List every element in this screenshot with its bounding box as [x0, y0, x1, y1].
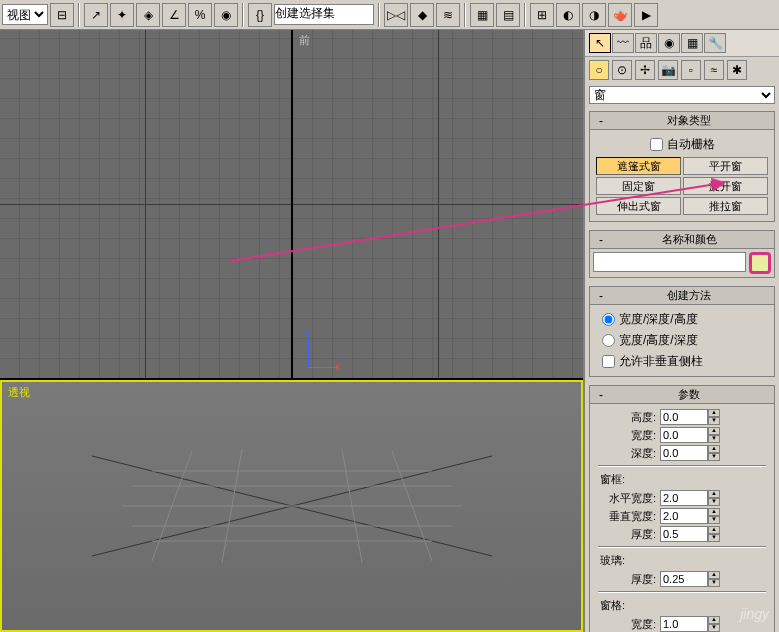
create-tab[interactable]: ↖ [589, 33, 611, 53]
collapse-icon[interactable]: - [594, 233, 608, 247]
utilities-tab[interactable]: 🔧 [704, 33, 726, 53]
snap-3d-icon[interactable]: ◈ [136, 3, 160, 27]
vwidth-input[interactable] [660, 508, 708, 524]
viewport-label: 透视 [8, 385, 30, 400]
command-tabs: ↖ 〰 品 ◉ ▦ 🔧 [585, 30, 779, 57]
spinner-down-icon[interactable]: ▼ [708, 417, 720, 425]
modify-tab[interactable]: 〰 [612, 33, 634, 53]
category-icons: ○ ⊙ ✢ 📷 ▫ ≈ ✱ [585, 57, 779, 83]
radio-wdh[interactable] [602, 313, 615, 326]
gthickness-input[interactable] [660, 571, 708, 587]
window-type-sliding[interactable]: 推拉窗 [683, 197, 768, 215]
hierarchy-tab[interactable]: 品 [635, 33, 657, 53]
spacewarps-icon[interactable]: ≈ [704, 60, 724, 80]
command-panel: ↖ 〰 品 ◉ ▦ 🔧 ○ ⊙ ✢ 📷 ▫ ≈ ✱ 窗 -对象类型 自动栅格 遮… [583, 30, 779, 632]
depth-input[interactable] [660, 445, 708, 461]
object-name-input[interactable] [593, 252, 746, 272]
parameters-rollout: -参数 高度:▲▼ 宽度:▲▼ 深度:▲▼ 窗框: 水平宽度:▲▼ 垂直宽度:▲… [589, 385, 775, 632]
collapse-icon[interactable]: - [594, 388, 608, 402]
window-type-casement[interactable]: 平开窗 [683, 157, 768, 175]
hwidth-input[interactable] [660, 490, 708, 506]
mirror-icon[interactable]: ▷◁ [384, 3, 408, 27]
window-type-awning[interactable]: 遮篷式窗 [596, 157, 681, 175]
abc-icon[interactable]: {} [248, 3, 272, 27]
cameras-icon[interactable]: 📷 [658, 60, 678, 80]
creation-method-rollout: -创建方法 宽度/深度/高度 宽度/高度/深度 允许非垂直侧柱 [589, 286, 775, 377]
auto-grid-checkbox[interactable] [650, 138, 663, 151]
viewport-left[interactable] [0, 30, 291, 378]
allow-nonvert-checkbox[interactable] [602, 355, 615, 368]
shapes-icon[interactable]: ⊙ [612, 60, 632, 80]
viewport-front[interactable]: 前 z x [291, 30, 584, 378]
radio-whd[interactable] [602, 334, 615, 347]
layers-icon[interactable]: ≋ [436, 3, 460, 27]
watermark: jingy [740, 606, 769, 622]
name-color-rollout: -名称和颜色 [589, 230, 775, 278]
render-setup-icon[interactable]: ◐ [556, 3, 580, 27]
collapse-icon[interactable]: - [594, 289, 608, 303]
named-selection-set[interactable]: 创建选择集 [274, 4, 374, 25]
snap-spinner-icon[interactable]: ◉ [214, 3, 238, 27]
snap-angle-icon[interactable]: ∠ [162, 3, 186, 27]
viewport-area: 前 z x 透视 jingy [0, 30, 583, 632]
schematic-icon[interactable]: ▤ [496, 3, 520, 27]
view-select[interactable]: 视图 [2, 4, 48, 25]
systems-icon[interactable]: ✱ [727, 60, 747, 80]
snap-percent-icon[interactable]: % [188, 3, 212, 27]
spinner-up-icon[interactable]: ▲ [708, 409, 720, 417]
color-swatch[interactable] [749, 252, 771, 274]
render-frame-icon[interactable]: ◑ [582, 3, 606, 27]
helpers-icon[interactable]: ▫ [681, 60, 701, 80]
width-input[interactable] [660, 427, 708, 443]
curve-editor-icon[interactable]: ▦ [470, 3, 494, 27]
render-icon[interactable]: 🫖 [608, 3, 632, 27]
keyframe-icon[interactable]: ⊟ [50, 3, 74, 27]
height-input[interactable] [660, 409, 708, 425]
lights-icon[interactable]: ✢ [635, 60, 655, 80]
display-tab[interactable]: ▦ [681, 33, 703, 53]
collapse-icon[interactable]: - [594, 114, 608, 128]
thickness-input[interactable] [660, 526, 708, 542]
perspective-grid [92, 416, 492, 596]
gwidth-input[interactable] [660, 616, 708, 632]
top-toolbar: 视图 ⊟ ↗ ✦ ◈ ∠ % ◉ {} 创建选择集 ▷◁ ◆ ≋ ▦ ▤ ⊞ ◐… [0, 0, 779, 30]
object-type-rollout: -对象类型 自动栅格 遮篷式窗 平开窗 固定窗 旋开窗 伸出式窗 推拉窗 [589, 111, 775, 222]
quick-render-icon[interactable]: ▶ [634, 3, 658, 27]
material-icon[interactable]: ⊞ [530, 3, 554, 27]
motion-tab[interactable]: ◉ [658, 33, 680, 53]
subcategory-select[interactable]: 窗 [589, 86, 775, 104]
tool-2-icon[interactable]: ✦ [110, 3, 134, 27]
tool-1-icon[interactable]: ↗ [84, 3, 108, 27]
align-icon[interactable]: ◆ [410, 3, 434, 27]
geometry-icon[interactable]: ○ [589, 60, 609, 80]
viewport-perspective[interactable]: 透视 [0, 380, 583, 632]
